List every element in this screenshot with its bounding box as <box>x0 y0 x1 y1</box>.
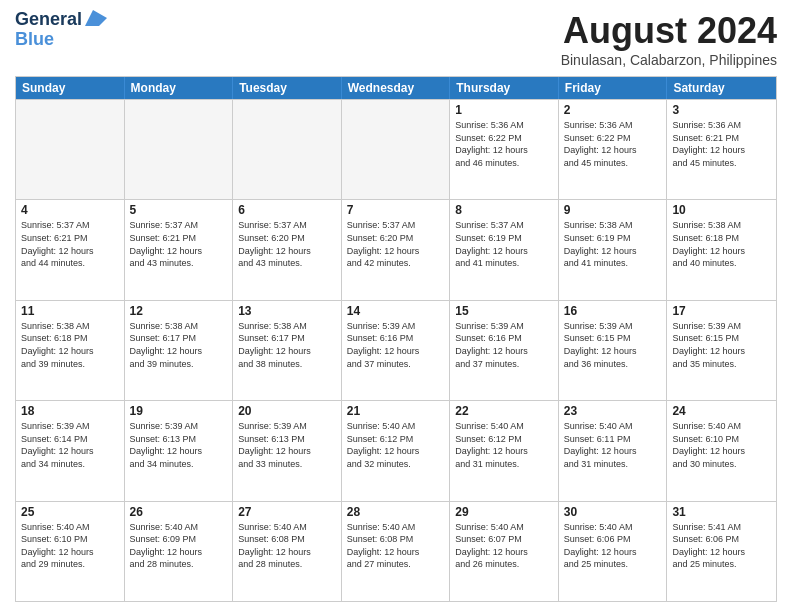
calendar-cell: 3Sunrise: 5:36 AM Sunset: 6:21 PM Daylig… <box>667 100 776 199</box>
logo-blue: Blue <box>15 30 54 50</box>
day-info: Sunrise: 5:38 AM Sunset: 6:18 PM Dayligh… <box>672 219 771 269</box>
day-number: 14 <box>347 304 445 318</box>
calendar-cell: 17Sunrise: 5:39 AM Sunset: 6:15 PM Dayli… <box>667 301 776 400</box>
day-number: 22 <box>455 404 553 418</box>
week-row-4: 18Sunrise: 5:39 AM Sunset: 6:14 PM Dayli… <box>16 400 776 500</box>
calendar-cell: 8Sunrise: 5:37 AM Sunset: 6:19 PM Daylig… <box>450 200 559 299</box>
calendar-cell: 13Sunrise: 5:38 AM Sunset: 6:17 PM Dayli… <box>233 301 342 400</box>
subtitle: Binulasan, Calabarzon, Philippines <box>561 52 777 68</box>
week-row-3: 11Sunrise: 5:38 AM Sunset: 6:18 PM Dayli… <box>16 300 776 400</box>
day-number: 19 <box>130 404 228 418</box>
day-info: Sunrise: 5:37 AM Sunset: 6:21 PM Dayligh… <box>130 219 228 269</box>
main-title: August 2024 <box>561 10 777 52</box>
calendar-cell: 9Sunrise: 5:38 AM Sunset: 6:19 PM Daylig… <box>559 200 668 299</box>
day-info: Sunrise: 5:40 AM Sunset: 6:08 PM Dayligh… <box>347 521 445 571</box>
svg-marker-0 <box>85 10 107 26</box>
day-number: 12 <box>130 304 228 318</box>
day-info: Sunrise: 5:40 AM Sunset: 6:09 PM Dayligh… <box>130 521 228 571</box>
calendar-cell <box>125 100 234 199</box>
day-info: Sunrise: 5:39 AM Sunset: 6:16 PM Dayligh… <box>347 320 445 370</box>
day-info: Sunrise: 5:40 AM Sunset: 6:10 PM Dayligh… <box>672 420 771 470</box>
day-number: 9 <box>564 203 662 217</box>
calendar-cell: 6Sunrise: 5:37 AM Sunset: 6:20 PM Daylig… <box>233 200 342 299</box>
title-block: August 2024 Binulasan, Calabarzon, Phili… <box>561 10 777 68</box>
logo-icon <box>85 10 107 26</box>
day-info: Sunrise: 5:38 AM Sunset: 6:18 PM Dayligh… <box>21 320 119 370</box>
calendar: SundayMondayTuesdayWednesdayThursdayFrid… <box>15 76 777 602</box>
day-number: 1 <box>455 103 553 117</box>
calendar-cell: 22Sunrise: 5:40 AM Sunset: 6:12 PM Dayli… <box>450 401 559 500</box>
day-number: 28 <box>347 505 445 519</box>
day-number: 31 <box>672 505 771 519</box>
day-info: Sunrise: 5:38 AM Sunset: 6:19 PM Dayligh… <box>564 219 662 269</box>
day-info: Sunrise: 5:40 AM Sunset: 6:12 PM Dayligh… <box>455 420 553 470</box>
calendar-cell: 20Sunrise: 5:39 AM Sunset: 6:13 PM Dayli… <box>233 401 342 500</box>
day-number: 6 <box>238 203 336 217</box>
day-info: Sunrise: 5:36 AM Sunset: 6:22 PM Dayligh… <box>564 119 662 169</box>
day-info: Sunrise: 5:40 AM Sunset: 6:06 PM Dayligh… <box>564 521 662 571</box>
logo: General Blue <box>15 10 107 50</box>
day-info: Sunrise: 5:39 AM Sunset: 6:14 PM Dayligh… <box>21 420 119 470</box>
week-row-2: 4Sunrise: 5:37 AM Sunset: 6:21 PM Daylig… <box>16 199 776 299</box>
calendar-cell: 2Sunrise: 5:36 AM Sunset: 6:22 PM Daylig… <box>559 100 668 199</box>
day-number: 30 <box>564 505 662 519</box>
day-info: Sunrise: 5:36 AM Sunset: 6:22 PM Dayligh… <box>455 119 553 169</box>
day-info: Sunrise: 5:37 AM Sunset: 6:20 PM Dayligh… <box>238 219 336 269</box>
calendar-cell: 10Sunrise: 5:38 AM Sunset: 6:18 PM Dayli… <box>667 200 776 299</box>
calendar-cell: 24Sunrise: 5:40 AM Sunset: 6:10 PM Dayli… <box>667 401 776 500</box>
header: General Blue August 2024 Binulasan, Cala… <box>15 10 777 68</box>
header-cell-wednesday: Wednesday <box>342 77 451 99</box>
day-number: 24 <box>672 404 771 418</box>
day-info: Sunrise: 5:38 AM Sunset: 6:17 PM Dayligh… <box>238 320 336 370</box>
calendar-cell: 19Sunrise: 5:39 AM Sunset: 6:13 PM Dayli… <box>125 401 234 500</box>
day-number: 18 <box>21 404 119 418</box>
calendar-cell: 30Sunrise: 5:40 AM Sunset: 6:06 PM Dayli… <box>559 502 668 601</box>
page: General Blue August 2024 Binulasan, Cala… <box>0 0 792 612</box>
calendar-cell: 7Sunrise: 5:37 AM Sunset: 6:20 PM Daylig… <box>342 200 451 299</box>
calendar-cell: 1Sunrise: 5:36 AM Sunset: 6:22 PM Daylig… <box>450 100 559 199</box>
week-row-5: 25Sunrise: 5:40 AM Sunset: 6:10 PM Dayli… <box>16 501 776 601</box>
calendar-cell: 16Sunrise: 5:39 AM Sunset: 6:15 PM Dayli… <box>559 301 668 400</box>
day-number: 2 <box>564 103 662 117</box>
calendar-cell <box>16 100 125 199</box>
day-info: Sunrise: 5:40 AM Sunset: 6:11 PM Dayligh… <box>564 420 662 470</box>
calendar-cell: 11Sunrise: 5:38 AM Sunset: 6:18 PM Dayli… <box>16 301 125 400</box>
day-number: 25 <box>21 505 119 519</box>
day-number: 4 <box>21 203 119 217</box>
day-number: 27 <box>238 505 336 519</box>
calendar-cell: 23Sunrise: 5:40 AM Sunset: 6:11 PM Dayli… <box>559 401 668 500</box>
calendar-cell: 25Sunrise: 5:40 AM Sunset: 6:10 PM Dayli… <box>16 502 125 601</box>
day-number: 13 <box>238 304 336 318</box>
header-cell-friday: Friday <box>559 77 668 99</box>
calendar-cell: 12Sunrise: 5:38 AM Sunset: 6:17 PM Dayli… <box>125 301 234 400</box>
calendar-cell: 18Sunrise: 5:39 AM Sunset: 6:14 PM Dayli… <box>16 401 125 500</box>
day-number: 20 <box>238 404 336 418</box>
day-number: 29 <box>455 505 553 519</box>
day-info: Sunrise: 5:40 AM Sunset: 6:07 PM Dayligh… <box>455 521 553 571</box>
day-number: 8 <box>455 203 553 217</box>
day-info: Sunrise: 5:37 AM Sunset: 6:20 PM Dayligh… <box>347 219 445 269</box>
header-cell-sunday: Sunday <box>16 77 125 99</box>
day-info: Sunrise: 5:37 AM Sunset: 6:21 PM Dayligh… <box>21 219 119 269</box>
calendar-cell: 28Sunrise: 5:40 AM Sunset: 6:08 PM Dayli… <box>342 502 451 601</box>
header-cell-saturday: Saturday <box>667 77 776 99</box>
calendar-cell: 26Sunrise: 5:40 AM Sunset: 6:09 PM Dayli… <box>125 502 234 601</box>
day-number: 23 <box>564 404 662 418</box>
day-info: Sunrise: 5:40 AM Sunset: 6:10 PM Dayligh… <box>21 521 119 571</box>
day-info: Sunrise: 5:36 AM Sunset: 6:21 PM Dayligh… <box>672 119 771 169</box>
day-number: 16 <box>564 304 662 318</box>
day-number: 17 <box>672 304 771 318</box>
day-number: 10 <box>672 203 771 217</box>
calendar-cell: 14Sunrise: 5:39 AM Sunset: 6:16 PM Dayli… <box>342 301 451 400</box>
calendar-cell: 4Sunrise: 5:37 AM Sunset: 6:21 PM Daylig… <box>16 200 125 299</box>
day-info: Sunrise: 5:41 AM Sunset: 6:06 PM Dayligh… <box>672 521 771 571</box>
calendar-cell: 29Sunrise: 5:40 AM Sunset: 6:07 PM Dayli… <box>450 502 559 601</box>
day-number: 11 <box>21 304 119 318</box>
week-row-1: 1Sunrise: 5:36 AM Sunset: 6:22 PM Daylig… <box>16 99 776 199</box>
calendar-cell: 15Sunrise: 5:39 AM Sunset: 6:16 PM Dayli… <box>450 301 559 400</box>
day-info: Sunrise: 5:37 AM Sunset: 6:19 PM Dayligh… <box>455 219 553 269</box>
calendar-cell: 5Sunrise: 5:37 AM Sunset: 6:21 PM Daylig… <box>125 200 234 299</box>
calendar-body: 1Sunrise: 5:36 AM Sunset: 6:22 PM Daylig… <box>16 99 776 601</box>
day-number: 5 <box>130 203 228 217</box>
calendar-header: SundayMondayTuesdayWednesdayThursdayFrid… <box>16 77 776 99</box>
